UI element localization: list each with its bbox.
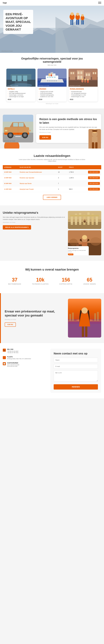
svg-rect-23 [23, 76, 27, 81]
svg-rect-101 [79, 213, 81, 225]
programs-cta-button[interactable]: BEKIJK ALLE REISPROGRAMMA'S [3, 225, 31, 230]
cruises-card-image: Afbeeldingen van Freepik [38, 69, 66, 87]
tours-card-title: RONDLEIDINGEN [70, 88, 96, 90]
programs-inner: Unieke reisprogramma's Sem vitae velit a… [3, 211, 101, 255]
hotels-img-caption: Afbeeldingen van Freepik [7, 85, 18, 86]
form-name-input[interactable] [54, 358, 98, 362]
row4-action[interactable]: REK BEKIJKEN [79, 186, 101, 192]
svg-rect-134 [94, 313, 96, 321]
stat-number-ideas: 65 [83, 277, 96, 283]
row1-action[interactable]: REK BEKIJKEN [79, 169, 101, 175]
experiences-header: Ongelooflijke reiservaringen, speciaal v… [3, 57, 101, 66]
row3-book-button[interactable]: REK BEKIJKEN [88, 182, 100, 185]
form-message-group [54, 370, 98, 382]
tours-price: €515 [70, 98, 96, 100]
svg-rect-94 [92, 142, 94, 148]
svg-rect-40 [52, 77, 53, 78]
svg-rect-8 [70, 20, 72, 25]
experiences-title: Ongelooflijke reiservaringen, speciaal v… [17, 57, 87, 63]
overlap-card-title: Reisprogramma [68, 248, 87, 249]
hamburger-menu[interactable] [98, 2, 101, 4]
svg-point-46 [50, 73, 52, 74]
cruises-feature-2: ›Privé-accommodaties [39, 92, 65, 94]
row1-nights: 10 [57, 169, 68, 175]
offers-title: Laatste reisaanbiedingen [3, 154, 101, 158]
form-message-input[interactable] [54, 370, 98, 382]
row2-action[interactable]: REK BEKIJKEN [79, 175, 101, 181]
table-row: 12 SEP 2022 Rondreis naar Spandier 3 1.2… [3, 175, 101, 181]
svg-point-129 [82, 308, 88, 314]
hours-label: KANTOORUREN [7, 362, 19, 364]
tours-card-image: Afbeeldingen van Freepik [68, 69, 98, 87]
hours-value-2: Za 10:00 tot 14:00 [7, 366, 19, 367]
navbar: logo [0, 0, 104, 6]
stat-item-coffee: 156 KOPPEN KOFFIE [57, 276, 75, 286]
experiences-caption: Afbeeldingen van Freepik [3, 103, 101, 104]
svg-point-70 [87, 79, 89, 80]
cruises-feature-3: ›Flexibele boekingsopties [39, 94, 65, 96]
row4-book-button[interactable]: REK BEKIJKEN [88, 188, 100, 190]
svg-rect-106 [70, 215, 99, 216]
row1-book-button[interactable]: REK BEKIJKEN [88, 171, 100, 174]
load-more-button[interactable]: LEES VERDER [43, 195, 61, 200]
cruises-feature-4: ›academie en voor meer [39, 96, 65, 98]
phone-icon: 📞 [3, 349, 6, 352]
tours-feature-1: ›Rondreisinformatie [70, 91, 96, 92]
row3-action[interactable]: REK BEKIJKEN [79, 181, 101, 186]
row2-nights: 3 [57, 175, 68, 181]
offers-table-body: 18 SEP 2022 Rondreis naar Oorzaamheidskr… [3, 169, 101, 192]
stat-item-ideas: 65 UNIEKE IDEEËN [80, 276, 98, 286]
svg-point-35 [52, 80, 52, 81]
hero-section: EEN PRIVÉ- AVONTUUR OP MAAT, SPECIAAL VO… [0, 6, 104, 53]
contact-info-panel: 📞 BEL ONS +31 (0) 20 123 4567 +31 (0) 20… [3, 349, 47, 370]
stress-cta-button[interactable]: KIJK NU [40, 135, 51, 140]
svg-rect-86 [3, 120, 33, 133]
svg-rect-119 [78, 243, 82, 244]
row2-book-button[interactable]: REK BEKIJKEN [88, 176, 100, 179]
contact-section: 📞 BEL ONS +31 (0) 20 123 4567 +31 (0) 20… [0, 343, 104, 398]
private-image-svg [68, 299, 101, 338]
svg-rect-21 [12, 76, 16, 81]
svg-point-37 [56, 80, 56, 81]
private-inner: Ervaar een privéavontuur op maat, specia… [3, 299, 101, 338]
private-cta-button[interactable]: KIJK NU [5, 322, 16, 327]
contact-form-title: Neem contact met ons op [54, 352, 98, 355]
stat-number-clients: 10k [32, 277, 48, 283]
svg-rect-135 [97, 312, 99, 321]
stat-item-clients: 10k TEVREDEN KLANTEN [29, 276, 51, 286]
row2-name: Rondreis naar Spandier [18, 175, 57, 181]
hours-details: KANTOORUREN Ma-Vr 09:00 tot 18:00 Za 10:… [7, 362, 19, 367]
cards-container: Afbeeldingen van Freepik HOTELS ›Dagelij… [3, 69, 101, 102]
col-action [79, 165, 101, 169]
form-email-input[interactable] [54, 364, 98, 369]
clock-icon: 🕐 [3, 362, 6, 365]
stat-label-clients: TEVREDEN KLANTEN [32, 283, 48, 285]
phone-label: BEL ONS [7, 349, 18, 350]
private-image [68, 299, 101, 338]
experiences-section: Ongelooflijke reiservaringen, speciaal v… [0, 53, 104, 108]
stress-person-image [88, 129, 101, 148]
svg-point-68 [84, 79, 86, 80]
cruises-card-body: CRUISES ›Toegang tools set heeft ›Privé-… [38, 87, 66, 102]
stat-item-destinations: 37 BESTEMMINGEN [6, 276, 24, 286]
hotels-feature-3: ›Kamervragen, exclusieve [8, 94, 34, 96]
row2-price: 1.240 € [68, 175, 79, 181]
svg-rect-99 [71, 215, 73, 225]
programs-content: Unieke reisprogramma's Sem vitae velit a… [3, 211, 65, 230]
contact-address: 📍 PLAATS 88 Boog Street, New York, NY 10… [3, 356, 47, 360]
overlap-card-text: Unieke ervaringen op maat gemaakt voor j… [68, 250, 87, 253]
phone-value-1: +31 (0) 20 123 4567 [7, 350, 18, 352]
svg-rect-105 [96, 215, 98, 225]
tours-image-svg [68, 69, 98, 87]
programs-ruins-svg [68, 211, 101, 229]
svg-rect-13 [78, 20, 79, 25]
cruises-feature-1: ›Toegang tools set heeft [39, 91, 65, 92]
stats-section: Wij kunnen u overal naartoe brengen 37 B… [0, 261, 104, 293]
svg-rect-109 [68, 224, 101, 224]
logo[interactable]: logo [3, 2, 7, 4]
row3-nights: 7 [57, 181, 68, 186]
programs-section: Unieke reisprogramma's Sem vitae velit a… [0, 206, 104, 261]
row1-name: Rondreis naar Oorzaamheidskruiser [18, 169, 57, 175]
form-submit-button[interactable]: INDIENEN [54, 384, 98, 390]
svg-point-44 [48, 73, 50, 74]
